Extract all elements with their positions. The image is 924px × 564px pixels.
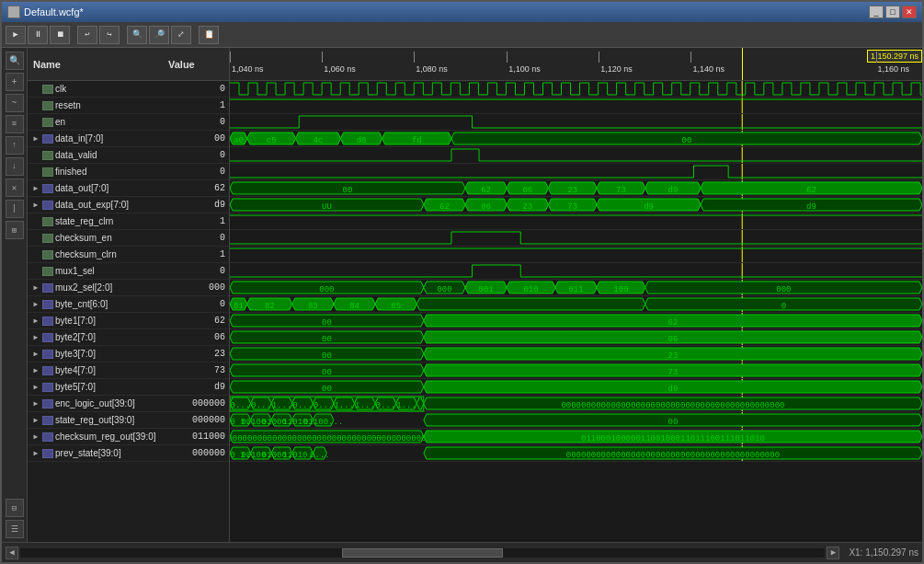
sidebar-group-icon[interactable]: ≡ (6, 115, 24, 133)
signal-row[interactable]: ▶enc_logic_out[39:0]000000 (28, 396, 229, 412)
signal-row[interactable]: ▶checksum_reg_out[39:0]011000 (28, 429, 229, 445)
signal-row[interactable]: mux1_sel0 (28, 263, 229, 280)
signal-expand-btn[interactable]: ▶ (31, 283, 40, 293)
toolbar-btn-6[interactable]: 📋 (199, 26, 219, 44)
ruler-label: 1,100 ns (508, 64, 541, 74)
sidebar-marker-icon[interactable]: ⊞ (6, 221, 24, 239)
maximize-button[interactable]: □ (885, 6, 900, 18)
signal-row[interactable]: ▶data_out_exp[7:0]d9 (28, 197, 229, 213)
sidebar-cursor-icon[interactable]: | (6, 200, 24, 218)
sidebar-expand-icon[interactable]: ☰ (6, 520, 24, 538)
toolbar-btn-fit[interactable]: ⤢ (171, 26, 191, 44)
signal-row[interactable]: state_reg_clrn1 (28, 213, 229, 230)
signal-expand-btn[interactable]: ▶ (31, 333, 40, 342)
signal-expand-btn[interactable] (31, 250, 40, 259)
signal-name-label: mux1_sel (55, 266, 174, 276)
signal-row[interactable]: ▶byte3[7:0]23 (28, 346, 229, 363)
signal-expand-btn[interactable]: ▶ (31, 350, 40, 359)
signal-value-label: 1 (174, 216, 229, 226)
sidebar-add-icon[interactable]: + (6, 73, 24, 91)
signal-row[interactable]: ▶data_in[7:0]00 (28, 131, 229, 147)
signal-row[interactable]: data_valid0 (28, 147, 229, 164)
cursor-line (742, 48, 743, 80)
signal-name-label: data_in[7:0] (55, 133, 174, 144)
signal-row[interactable]: ▶prev_state[39:0]000000 (28, 445, 229, 462)
close-button[interactable]: ✕ (902, 6, 917, 18)
scroll-thumb[interactable] (342, 548, 503, 558)
signal-row[interactable]: ▶byte_cnt[6:0]0 (28, 296, 229, 313)
signal-name-label: prev_state[39:0] (55, 448, 174, 458)
signal-row[interactable]: clk0 (28, 81, 229, 98)
toolbar-btn-zoom-in[interactable]: 🔍 (127, 26, 147, 44)
signal-row[interactable]: finished0 (28, 164, 229, 180)
signal-name-header: Name (33, 59, 165, 70)
signal-expand-btn[interactable]: ▶ (31, 317, 40, 326)
signal-value-label: 1 (174, 249, 229, 259)
signal-row[interactable]: ▶mux2_sel[2:0]000 (28, 280, 229, 296)
signal-row[interactable]: checksum_en0 (28, 230, 229, 247)
cursor-position: X1: 1,150.297 ns (849, 547, 918, 558)
signal-type-icon (42, 217, 53, 226)
signal-value-header: Value (168, 59, 223, 70)
signal-type-icon (42, 317, 53, 326)
signal-expand-btn[interactable]: ▶ (31, 184, 40, 193)
signal-expand-btn[interactable] (31, 167, 40, 177)
signal-expand-btn[interactable] (31, 234, 40, 243)
signal-expand-btn[interactable] (31, 267, 40, 276)
signal-type-icon (42, 283, 53, 293)
signal-expand-btn[interactable]: ▶ (31, 383, 40, 392)
signal-name-label: data_out[7:0] (55, 183, 174, 193)
signal-type-icon (42, 234, 53, 243)
signal-expand-btn[interactable]: ▶ (31, 134, 40, 144)
signal-name-label: byte4[7:0] (55, 365, 174, 375)
signal-panel: Name Value clk0resetn1en0▶data_in[7:0]00… (28, 48, 230, 542)
signal-expand-btn[interactable]: ▶ (31, 201, 40, 210)
toolbar-btn-2[interactable]: ⏸ (28, 26, 48, 44)
signal-name-label: byte_cnt[6:0] (55, 299, 174, 309)
signal-row[interactable]: checksum_clrn1 (28, 247, 229, 263)
signal-expand-btn[interactable] (31, 217, 40, 226)
signal-expand-btn[interactable] (31, 101, 40, 110)
sidebar-search-icon[interactable]: 🔍 (6, 52, 24, 70)
ruler-marker: 1,140 ns (690, 52, 724, 74)
signal-expand-btn[interactable]: ▶ (31, 366, 40, 375)
toolbar-btn-5[interactable]: ↪ (99, 26, 120, 44)
signal-expand-btn[interactable] (31, 85, 40, 94)
signal-name-label: data_valid (55, 150, 174, 160)
toolbar-btn-zoom-out[interactable]: 🔎 (149, 26, 169, 44)
toolbar-btn-4[interactable]: ↩ (77, 26, 97, 44)
waveform-area[interactable] (230, 81, 922, 542)
signal-row[interactable]: ▶byte2[7:0]06 (28, 329, 229, 346)
scroll-right-btn[interactable]: ▶ (827, 547, 839, 559)
horizontal-scrollbar[interactable] (20, 548, 825, 558)
signal-row[interactable]: ▶byte5[7:0]d9 (28, 379, 229, 396)
signal-row[interactable]: ▶byte1[7:0]62 (28, 313, 229, 329)
signal-expand-btn[interactable] (31, 151, 40, 160)
sidebar-up-icon[interactable]: ↑ (6, 136, 24, 155)
signal-type-icon (42, 118, 53, 127)
signal-type-icon (42, 333, 53, 342)
minimize-button[interactable]: _ (869, 6, 884, 18)
sidebar-down-icon[interactable]: ↓ (6, 157, 24, 176)
signal-expand-btn[interactable]: ▶ (31, 449, 40, 458)
sidebar-bottom-icon[interactable]: ⊟ (6, 499, 24, 517)
toolbar-btn-3[interactable]: ⏹ (50, 26, 70, 44)
sidebar-signal-icon[interactable]: ~ (6, 94, 24, 112)
signal-expand-btn[interactable]: ▶ (31, 432, 40, 442)
signal-type-icon (42, 85, 53, 94)
signal-expand-btn[interactable]: ▶ (31, 416, 40, 425)
signal-name-label: data_out_exp[7:0] (55, 200, 174, 210)
signal-expand-btn[interactable]: ▶ (31, 300, 40, 309)
sidebar-delete-icon[interactable]: ✕ (6, 178, 24, 197)
signal-row[interactable]: ▶data_out[7:0]62 (28, 180, 229, 197)
signal-value-label: 73 (174, 365, 229, 375)
signal-row[interactable]: ▶byte4[7:0]73 (28, 363, 229, 379)
scroll-left-btn[interactable]: ◀ (6, 547, 18, 559)
signal-row[interactable]: en0 (28, 114, 229, 131)
signal-value-label: 0 (174, 117, 229, 127)
signal-row[interactable]: ▶state_reg_out[39:0]000000 (28, 412, 229, 429)
signal-expand-btn[interactable] (31, 118, 40, 127)
toolbar-btn-1[interactable]: ▶ (6, 26, 26, 44)
signal-row[interactable]: resetn1 (28, 98, 229, 114)
signal-expand-btn[interactable]: ▶ (31, 399, 40, 409)
